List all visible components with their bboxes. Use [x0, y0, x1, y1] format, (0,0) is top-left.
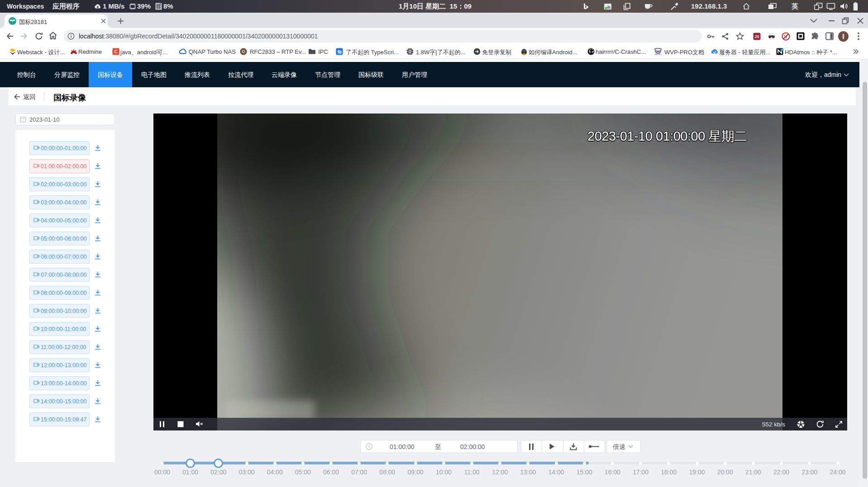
svg-text:WVP-PRO: WVP-PRO [654, 54, 662, 56]
svg-text:知: 知 [337, 49, 342, 54]
svg-text:C: C [114, 49, 117, 54]
svg-text:JS: JS [754, 34, 759, 39]
